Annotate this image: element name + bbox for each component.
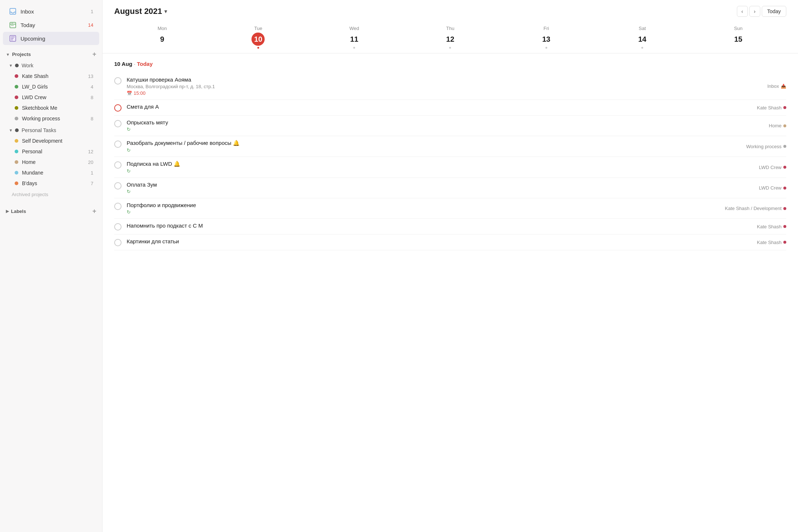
task-checkbox[interactable] bbox=[114, 120, 122, 127]
project-dot bbox=[15, 160, 18, 164]
task-checkbox[interactable] bbox=[114, 182, 122, 190]
task-title: Картинки для статьи bbox=[127, 238, 753, 244]
task-project-dot bbox=[783, 225, 786, 228]
personal-label: Personal Tasks bbox=[22, 127, 96, 133]
task-title: Напомнить про подкаст с С М bbox=[127, 222, 753, 229]
task-title: Катушки проверка Аояма bbox=[127, 76, 763, 83]
project-item-mundane[interactable]: Mundane1 bbox=[3, 168, 99, 178]
sidebar-item-inbox[interactable]: Inbox1 bbox=[3, 5, 99, 18]
svg-rect-0 bbox=[10, 8, 16, 14]
task-recur-icon: ↻ bbox=[127, 189, 754, 194]
project-item-bdays[interactable]: B'days7 bbox=[3, 178, 99, 188]
month-chevron-icon: ▾ bbox=[164, 8, 167, 14]
labels-collapse-icon: ▶ bbox=[6, 209, 9, 214]
sidebar-item-today[interactable]: 10Today14 bbox=[3, 18, 99, 31]
projects-label: Projects bbox=[12, 52, 93, 57]
day-col-9[interactable]: Mon9 bbox=[114, 23, 210, 53]
task-checkbox[interactable] bbox=[114, 239, 122, 246]
task-title: Оплата Зум bbox=[127, 181, 754, 188]
task-project-dot bbox=[783, 106, 786, 109]
labels-section[interactable]: ▶ Labels + bbox=[0, 205, 102, 218]
task-project-label: Home bbox=[769, 123, 786, 128]
task-title: Портфолио и продвижение bbox=[127, 202, 720, 208]
task-checkbox[interactable] bbox=[114, 161, 122, 169]
day-col-13[interactable]: Fri13 bbox=[498, 23, 594, 53]
day-event-dot bbox=[353, 47, 355, 49]
month-title[interactable]: August 2021 ▾ bbox=[114, 7, 167, 16]
project-name: Working process bbox=[22, 116, 91, 121]
day-col-10[interactable]: Tue10 bbox=[210, 23, 306, 53]
project-item-sketchbook-me[interactable]: Sketchbook Me bbox=[3, 103, 99, 113]
task-item-4[interactable]: Разобрать документы / рабочие вопросы 🔔↻… bbox=[114, 136, 786, 157]
work-group-header[interactable]: ▼ Work bbox=[0, 60, 102, 71]
task-checkbox[interactable] bbox=[114, 141, 122, 148]
day-name: Thu bbox=[402, 26, 498, 31]
day-name: Sat bbox=[594, 26, 690, 31]
day-number: 11 bbox=[348, 33, 361, 46]
task-recur-icon: ↻ bbox=[127, 209, 720, 215]
task-checkbox[interactable] bbox=[114, 223, 122, 231]
upcoming-label: Upcoming bbox=[20, 35, 93, 42]
project-name: Mundane bbox=[22, 170, 91, 176]
prev-week-button[interactable]: ‹ bbox=[737, 6, 748, 17]
day-col-11[interactable]: Wed11 bbox=[306, 23, 402, 53]
date-label: 10 Aug · Today bbox=[114, 61, 786, 67]
add-label-icon[interactable]: + bbox=[92, 207, 96, 215]
task-body: Напомнить про подкаст с С М bbox=[127, 222, 753, 230]
task-item-9[interactable]: Картинки для статьиKate Shash bbox=[114, 235, 786, 250]
task-project-label: Kate Shash bbox=[757, 240, 786, 245]
project-name: Sketchbook Me bbox=[22, 105, 93, 111]
date-text: 10 Aug bbox=[114, 61, 132, 67]
project-dot bbox=[15, 181, 18, 185]
task-item-5[interactable]: Подписка на LWD 🔔↻LWD Crew bbox=[114, 157, 786, 178]
project-item-home[interactable]: Home20 bbox=[3, 157, 99, 167]
project-count: 8 bbox=[91, 116, 93, 121]
task-checkbox[interactable] bbox=[114, 77, 122, 85]
task-item-6[interactable]: Оплата Зум↻LWD Crew bbox=[114, 178, 786, 198]
task-item-2[interactable]: Смета для АKate Shash bbox=[114, 100, 786, 116]
svg-rect-2 bbox=[11, 25, 12, 26]
day-col-15[interactable]: Sun15 bbox=[690, 23, 786, 53]
add-project-icon[interactable]: + bbox=[92, 50, 96, 58]
task-item-8[interactable]: Напомнить про подкаст с С МKate Shash bbox=[114, 219, 786, 235]
task-item-7[interactable]: Портфолио и продвижение↻Kate Shash / Dev… bbox=[114, 198, 786, 219]
task-body: Катушки проверка АоямаМосква, Волгоградс… bbox=[127, 76, 763, 96]
personal-group-header[interactable]: ▼ Personal Tasks bbox=[0, 125, 102, 135]
task-checkbox[interactable] bbox=[114, 104, 122, 112]
project-item-working-process[interactable]: Working process8 bbox=[3, 113, 99, 124]
task-body: Подписка на LWD 🔔↻ bbox=[127, 161, 754, 174]
task-project-label: Inbox📥 bbox=[767, 83, 786, 89]
task-recur-icon: ↻ bbox=[127, 147, 742, 153]
project-item-kate-shash[interactable]: Kate Shash13 bbox=[3, 71, 99, 81]
project-item-lw_d-girls[interactable]: LW_D Girls4 bbox=[3, 82, 99, 92]
task-item-3[interactable]: Опрыскать мяту↻Home bbox=[114, 116, 786, 136]
day-col-14[interactable]: Sat14 bbox=[594, 23, 690, 53]
next-week-button[interactable]: › bbox=[749, 6, 760, 17]
archived-projects-label[interactable]: Archived projects bbox=[0, 189, 102, 200]
project-dot bbox=[15, 117, 18, 120]
task-project-dot bbox=[783, 241, 786, 244]
today-icon: 10 bbox=[9, 21, 17, 29]
task-body: Разобрать документы / рабочие вопросы 🔔↻ bbox=[127, 140, 742, 153]
project-item-lwd-crew[interactable]: LWD Crew8 bbox=[3, 92, 99, 102]
work-collapse-icon: ▼ bbox=[9, 63, 13, 68]
project-item-personal[interactable]: Personal12 bbox=[3, 146, 99, 157]
day-number: 13 bbox=[540, 33, 553, 46]
sidebar-item-upcoming[interactable]: Upcoming bbox=[3, 32, 99, 45]
calendar-icon: 📅 bbox=[127, 91, 132, 96]
project-name: LWD Crew bbox=[22, 94, 91, 100]
project-item-self-development[interactable]: Self Development bbox=[3, 136, 99, 146]
project-name: LW_D Girls bbox=[22, 84, 91, 90]
projects-section: ▼ Projects + ▼ Work Kate Shash13LW_D Gir… bbox=[0, 48, 102, 200]
projects-header[interactable]: ▼ Projects + bbox=[0, 48, 102, 60]
task-checkbox[interactable] bbox=[114, 203, 122, 210]
project-name: Personal bbox=[22, 149, 88, 154]
today-button[interactable]: Today bbox=[762, 6, 786, 17]
day-col-12[interactable]: Thu12 bbox=[402, 23, 498, 53]
task-body: Портфолио и продвижение↻ bbox=[127, 202, 720, 215]
project-dot bbox=[15, 139, 18, 143]
personal-collapse-icon: ▼ bbox=[9, 128, 13, 132]
project-count: 8 bbox=[91, 95, 93, 100]
task-project-dot bbox=[783, 166, 786, 169]
task-item-1[interactable]: Катушки проверка АоямаМосква, Волгоградс… bbox=[114, 73, 786, 100]
